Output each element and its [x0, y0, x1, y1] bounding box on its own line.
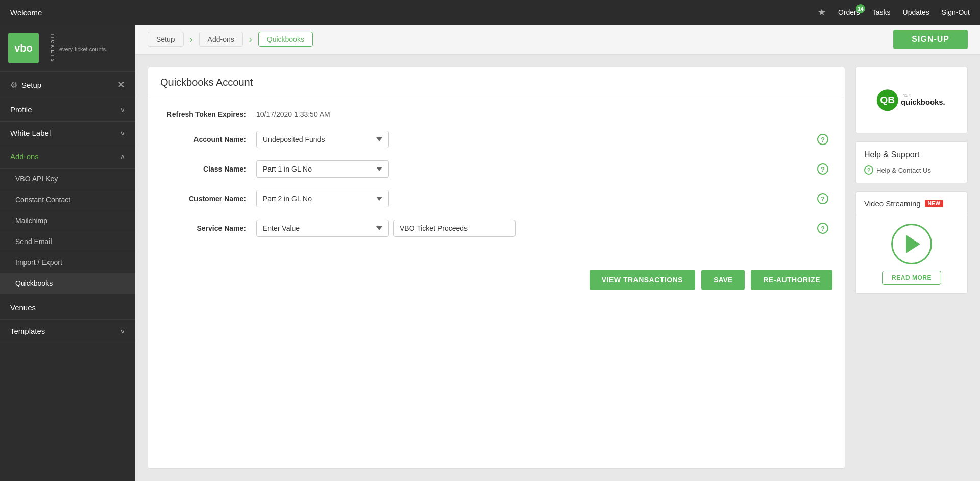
- updates-nav-link[interactable]: Updates: [903, 8, 929, 16]
- setup-label: Setup: [21, 81, 41, 89]
- orders-badge: 14: [856, 4, 865, 13]
- help-contact-label: Help & Contact Us: [876, 166, 931, 174]
- breadcrumb-bar: Setup › Add-ons › Quickbooks SIGN-UP: [135, 25, 980, 55]
- video-card-body: READ MORE: [856, 215, 967, 293]
- sidebar-item-constant-contact[interactable]: Constant Contact: [0, 189, 135, 210]
- main-layout: vbo TICKETS every ticket counts. ⚙ Setup…: [0, 25, 980, 481]
- account-name-select[interactable]: Undeposited Funds Checking Savings: [256, 131, 389, 148]
- customer-name-label: Customer Name:: [164, 195, 256, 203]
- sidebar-item-send-email[interactable]: Send Email: [0, 231, 135, 252]
- tasks-nav-link[interactable]: Tasks: [872, 8, 891, 16]
- gear-icon: ⚙: [10, 80, 17, 90]
- service-name-label: Service Name:: [164, 224, 256, 232]
- customer-name-help-icon[interactable]: ?: [817, 193, 828, 204]
- sidebar-item-profile[interactable]: Profile ∨: [0, 98, 135, 122]
- play-button[interactable]: [891, 224, 932, 264]
- logo-vbo-text: vbo: [14, 42, 33, 54]
- sidebar-item-white-label[interactable]: White Label ∨: [0, 122, 135, 145]
- new-badge: NEW: [925, 200, 944, 207]
- class-name-select[interactable]: Part 1 in GL No Part 2 in GL No None: [256, 160, 389, 178]
- svg-text:quickbooks.: quickbooks.: [901, 98, 945, 106]
- profile-chevron-icon: ∨: [120, 106, 125, 113]
- quickbooks-panel: Quickbooks Account Refresh Token Expires…: [148, 67, 845, 469]
- breadcrumb-arrow-1: ›: [190, 34, 193, 45]
- reauthorize-button[interactable]: RE-AUTHORIZE: [751, 270, 832, 290]
- service-name-select[interactable]: Enter Value Custom: [256, 220, 389, 237]
- refresh-token-row: Refresh Token Expires: 10/17/2020 1:33:5…: [164, 110, 828, 118]
- breadcrumb-arrow-2: ›: [249, 34, 252, 45]
- account-name-row: Account Name: Undeposited Funds Checking…: [164, 131, 828, 148]
- sidebar-item-import-export[interactable]: Import / Export: [0, 252, 135, 273]
- refresh-token-value: 10/17/2020 1:33:50 AM: [256, 110, 330, 118]
- form-actions: VIEW TRANSACTIONS SAVE RE-AUTHORIZE: [148, 261, 845, 302]
- star-icon[interactable]: ★: [818, 7, 826, 18]
- setup-section-header[interactable]: ⚙ Setup ✕: [0, 72, 135, 98]
- customer-name-select[interactable]: Part 2 in GL No Part 1 in GL No None: [256, 190, 389, 207]
- sidebar-logo: vbo TICKETS every ticket counts.: [0, 25, 135, 72]
- video-card-header: Video Streaming NEW: [856, 192, 967, 215]
- addons-chevron-icon: ∧: [120, 153, 125, 160]
- content-split: Quickbooks Account Refresh Token Expires…: [135, 55, 980, 481]
- service-name-row: Service Name: Enter Value Custom ?: [164, 220, 828, 237]
- service-name-text-input[interactable]: [393, 220, 516, 237]
- quickbooks-form: Refresh Token Expires: 10/17/2020 1:33:5…: [148, 98, 845, 261]
- save-button[interactable]: SAVE: [701, 270, 745, 290]
- sidebar-item-templates[interactable]: Templates ∨: [0, 320, 135, 343]
- help-support-title: Help & Support: [864, 150, 959, 159]
- help-circle-icon: ?: [864, 165, 873, 175]
- sidebar: vbo TICKETS every ticket counts. ⚙ Setup…: [0, 25, 135, 481]
- welcome-text: Welcome: [10, 8, 818, 17]
- video-streaming-card: Video Streaming NEW READ MORE: [855, 191, 968, 294]
- video-streaming-title: Video Streaming: [864, 199, 921, 208]
- refresh-token-label: Refresh Token Expires:: [164, 110, 256, 118]
- svg-text:intuit: intuit: [902, 93, 911, 98]
- view-transactions-button[interactable]: VIEW TRANSACTIONS: [590, 270, 695, 290]
- top-navigation: Welcome ★ Orders 14 Tasks Updates Sign-O…: [0, 0, 980, 25]
- signout-nav-link[interactable]: Sign-Out: [942, 8, 970, 16]
- quickbooks-panel-title: Quickbooks Account: [148, 67, 845, 98]
- right-sidebar: QB intuit quickbooks. Help & Support ? H…: [855, 67, 968, 469]
- quickbooks-logo: QB intuit quickbooks.: [876, 87, 947, 114]
- help-support-card: Help & Support ? Help & Contact Us: [855, 141, 968, 183]
- sidebar-item-mailchimp[interactable]: Mailchimp: [0, 210, 135, 231]
- sidebar-item-add-ons[interactable]: Add-ons ∧: [0, 145, 135, 169]
- breadcrumb-addons[interactable]: Add-ons: [199, 32, 243, 47]
- breadcrumb-setup[interactable]: Setup: [148, 32, 184, 47]
- signup-button[interactable]: SIGN-UP: [893, 30, 968, 49]
- sidebar-item-quickbooks[interactable]: Quickbooks: [0, 273, 135, 294]
- breadcrumb-quickbooks[interactable]: Quickbooks: [258, 32, 313, 47]
- class-name-label: Class Name:: [164, 165, 256, 173]
- templates-chevron-icon: ∨: [120, 328, 125, 335]
- account-name-help-icon[interactable]: ?: [817, 134, 828, 145]
- sidebar-item-venues[interactable]: Venues: [0, 296, 135, 320]
- play-triangle-icon: [906, 235, 920, 253]
- setup-close-icon[interactable]: ✕: [117, 79, 125, 90]
- svg-text:QB: QB: [880, 94, 895, 105]
- help-contact-link[interactable]: ? Help & Contact Us: [864, 165, 959, 175]
- white-label-chevron-icon: ∨: [120, 130, 125, 137]
- customer-name-row: Customer Name: Part 2 in GL No Part 1 in…: [164, 190, 828, 207]
- class-name-row: Class Name: Part 1 in GL No Part 2 in GL…: [164, 160, 828, 178]
- quickbooks-logo-card: QB intuit quickbooks.: [855, 67, 968, 133]
- logo-box: vbo: [8, 33, 39, 63]
- logo-tickets-label: TICKETS: [50, 33, 55, 63]
- orders-nav-link[interactable]: Orders 14: [838, 8, 860, 16]
- account-name-label: Account Name:: [164, 135, 256, 143]
- sidebar-item-vbo-api-key[interactable]: VBO API Key: [0, 169, 135, 189]
- service-name-help-icon[interactable]: ?: [817, 223, 828, 234]
- read-more-button[interactable]: READ MORE: [882, 271, 941, 285]
- content-area: Setup › Add-ons › Quickbooks SIGN-UP Qui…: [135, 25, 980, 481]
- logo-tagline: every ticket counts.: [59, 46, 107, 52]
- class-name-help-icon[interactable]: ?: [817, 163, 828, 175]
